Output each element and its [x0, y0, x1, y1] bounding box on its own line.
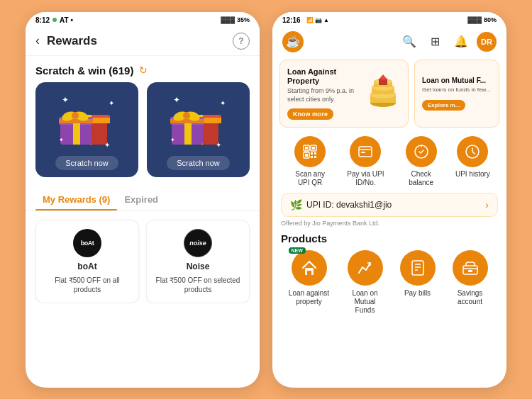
leaf-icon: 🌿: [290, 199, 302, 210]
rewards-tabs: My Rewards (9) Expired: [26, 189, 260, 211]
sparkle-5: ✦: [173, 95, 180, 105]
search-icon[interactable]: 🔍: [402, 35, 416, 48]
reward-card-boat[interactable]: boAt boAt Flat ₹500 OFF on all products: [35, 220, 139, 303]
svg-point-21: [183, 112, 190, 119]
left-phone: 8:12 AT • ▓▓▓ 35% ‹ Rewards ? Scratch & …: [26, 12, 260, 388]
status-bar-left: 8:12 AT • ▓▓▓ 35%: [26, 12, 260, 27]
sparkle-1: ✦: [62, 95, 69, 105]
boat-brand-name: boAt: [77, 262, 96, 271]
upi-id-text: UPI ID: devakshi1@jio: [306, 200, 481, 210]
product-label-loan-property: Loan against property: [288, 289, 331, 306]
scan-qr-icon: [294, 136, 326, 167]
scratch-cards-container: ✦ ✦ ✦ ✦: [26, 82, 260, 186]
sparkle-7: ✦: [170, 137, 175, 143]
boat-logo: boAt: [73, 229, 101, 257]
product-label-pay-bills: Pay bills: [404, 289, 431, 298]
check-balance-icon: [406, 136, 437, 167]
avatar[interactable]: DR: [477, 32, 497, 52]
promo-desc-1: Starting from 9% p.a. in select cities o…: [287, 87, 361, 103]
products-row: NEW Loan against property: [281, 250, 498, 315]
scan-qr-label: Scan any UPI QR: [289, 170, 331, 187]
check-balance-label: Check balance: [400, 170, 443, 187]
savings-account-icon: [453, 250, 488, 286]
svg-rect-32: [305, 147, 308, 150]
bell-icon[interactable]: 🔔: [454, 35, 468, 48]
sparkle-3: ✦: [59, 137, 64, 143]
scratch-card-2[interactable]: ✦ ✦ ✦ ✦: [147, 82, 250, 177]
svg-rect-48: [307, 271, 311, 275]
noise-logo: noise: [184, 229, 212, 257]
app-logo: ☕: [282, 31, 304, 52]
scratch-section-header: Scratch & win (619) ↻: [26, 56, 260, 82]
promo-card-lap[interactable]: Loan Against Property Starting from 9% p…: [279, 60, 409, 128]
tab-expired[interactable]: Expired: [117, 189, 165, 210]
boat-offer: Flat ₹500 OFF on all products: [43, 276, 131, 294]
scan-icon[interactable]: ⊞: [431, 35, 440, 48]
reward-card-noise[interactable]: noise Noise Flat ₹500 OFF on selected pr…: [146, 220, 250, 303]
upi-history-label: UPI history: [455, 170, 490, 179]
action-pay-upi[interactable]: Pay via UPI ID/No.: [344, 136, 387, 187]
time-right: 12:16: [282, 16, 301, 24]
svg-rect-38: [314, 152, 316, 154]
pay-upi-icon: [350, 136, 381, 167]
product-mutual-funds[interactable]: Loan on Mutual Funds: [344, 250, 387, 315]
status-icons-left: AT •: [60, 16, 73, 24]
upi-id-row[interactable]: 🌿 UPI ID: devakshi1@jio ›: [281, 193, 498, 217]
svg-rect-37: [311, 152, 313, 154]
product-pay-bills[interactable]: Pay bills: [400, 250, 436, 315]
jio-bank-label: Offered by Jio Payments Bank Ltd.: [281, 220, 498, 227]
promo-desc-2: Get loans on funds in few...: [422, 86, 492, 94]
sparkle-4: ✦: [104, 141, 110, 149]
battery-left: ▓▓▓ 35%: [221, 16, 250, 23]
help-button[interactable]: ?: [233, 33, 250, 50]
action-upi-history[interactable]: UPI history: [455, 136, 490, 187]
svg-rect-34: [312, 147, 315, 150]
upi-arrow-icon: ›: [485, 199, 489, 210]
promo-card-mf[interactable]: Loan on Mutual F... Get loans on funds i…: [414, 60, 499, 128]
promo-banners: Loan Against Property Starting from 9% p…: [279, 60, 499, 128]
nav-bar-left: ‹ Rewards ?: [26, 27, 260, 56]
noise-brand-name: Noise: [187, 262, 210, 271]
svg-marker-29: [378, 74, 388, 80]
mutual-funds-icon: [348, 250, 383, 286]
action-check-balance[interactable]: Check balance: [400, 136, 443, 187]
scratch-label-1: Scratch now: [55, 156, 118, 170]
scratch-label-2: Scratch now: [167, 156, 230, 170]
noise-offer: Flat ₹500 OFF on selected products: [154, 276, 242, 294]
upi-history-icon: [457, 136, 488, 167]
product-savings-account[interactable]: Savings account: [449, 250, 492, 315]
svg-point-10: [72, 112, 79, 119]
sparkle-6: ✦: [220, 99, 226, 107]
svg-rect-41: [359, 147, 372, 157]
pay-upi-label: Pay via UPI ID/No.: [344, 170, 387, 187]
svg-rect-51: [412, 261, 423, 275]
refresh-icon[interactable]: ↻: [139, 64, 148, 76]
status-bar-right: 12:16 📶 📷 ▲ ▓▓▓ 80%: [272, 12, 506, 27]
back-button[interactable]: ‹: [35, 33, 40, 48]
promo-btn-2[interactable]: Explore m...: [422, 100, 465, 111]
time-left: 8:12: [35, 16, 50, 24]
product-label-savings: Savings account: [449, 289, 492, 306]
product-loan-property[interactable]: NEW Loan against property: [288, 250, 331, 315]
products-section: Products NEW Loan against property: [272, 230, 506, 315]
svg-rect-30: [379, 79, 387, 85]
products-title: Products: [281, 232, 498, 245]
tab-my-rewards[interactable]: My Rewards (9): [35, 189, 117, 210]
rewards-list: boAt boAt Flat ₹500 OFF on all products …: [26, 211, 260, 303]
new-badge: NEW: [289, 247, 306, 254]
svg-rect-36: [305, 154, 308, 157]
action-scan-qr[interactable]: Scan any UPI QR: [289, 136, 331, 187]
status-dot: [52, 18, 57, 22]
sparkle-2: ✦: [109, 99, 114, 107]
promo-btn-1[interactable]: Know more: [287, 108, 333, 120]
sparkle-8: ✦: [216, 141, 221, 149]
right-phone: 12:16 📶 📷 ▲ ▓▓▓ 80% ☕ 🔍 ⊞ 🔔 DR: [272, 12, 506, 388]
scratch-card-1[interactable]: ✦ ✦ ✦ ✦: [35, 82, 138, 177]
actions-row: Scan any UPI QR Pay via UPI ID/No.: [272, 130, 506, 190]
svg-rect-40: [314, 156, 316, 158]
svg-rect-43: [361, 152, 365, 153]
pay-bills-icon: [400, 250, 436, 286]
svg-rect-57: [468, 270, 472, 272]
top-nav-right: ☕ 🔍 ⊞ 🔔 DR: [272, 27, 506, 57]
promo-title-2: Loan on Mutual F...: [422, 77, 492, 85]
